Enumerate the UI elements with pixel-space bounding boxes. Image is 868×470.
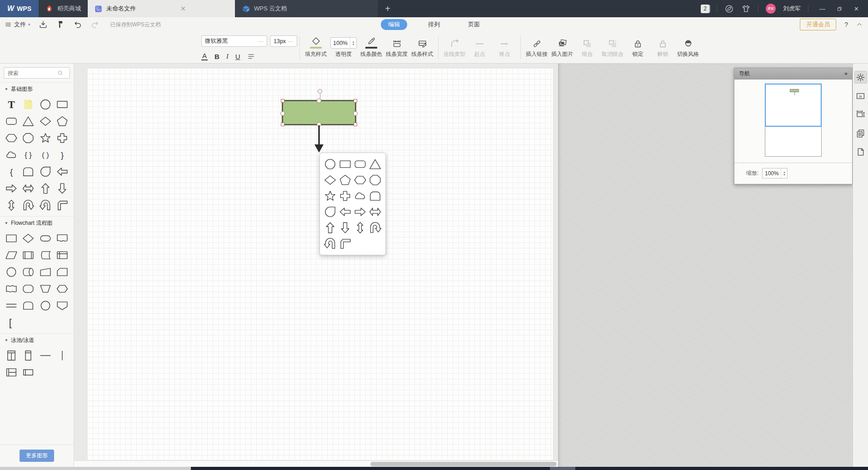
search-input[interactable]	[7, 69, 57, 77]
resize-handle-sw[interactable]	[281, 123, 284, 126]
shape-text[interactable]: T	[3, 96, 20, 113]
shape-arrow-double-v[interactable]	[3, 197, 20, 213]
collapse-toolbar-icon[interactable]	[856, 21, 863, 28]
wps-logo[interactable]: W WPS	[0, 0, 39, 17]
shape-round-top-rectangle[interactable]	[20, 163, 37, 180]
shape-pool-horizontal-2[interactable]	[3, 364, 20, 381]
rotation-handle[interactable]	[318, 89, 322, 94]
picker-shape-arrow-double-h[interactable]	[368, 204, 383, 220]
zoom-input[interactable]: 100% ▴▾	[762, 168, 788, 178]
picker-shape-round-top-rectangle[interactable]	[368, 188, 383, 204]
picker-shape-u-turn-arrow-left[interactable]	[323, 236, 338, 252]
canvas-page[interactable]	[87, 68, 554, 460]
line-style-button[interactable]: 线条样式	[409, 34, 435, 58]
switch-style-button[interactable]: 切换风格	[675, 34, 701, 58]
shape-arrow-left[interactable]	[54, 163, 71, 180]
shape-fc-double-line[interactable]	[3, 297, 20, 314]
section-header[interactable]: ▼Flowchart 流程图	[0, 217, 74, 228]
shape-diamond[interactable]	[37, 113, 54, 129]
shape-fc-paper-tape[interactable]	[3, 280, 20, 297]
shape-line-v[interactable]	[54, 347, 71, 364]
align-button[interactable]	[247, 53, 255, 60]
font-family-select[interactable]: 微软雅黑 ···	[201, 35, 267, 47]
shape-fc-predefined-process[interactable]	[20, 247, 37, 263]
shape-fc-process[interactable]	[3, 230, 20, 247]
shape-triangle[interactable]	[20, 113, 37, 129]
shape-corner-arrow[interactable]	[54, 197, 71, 213]
font-size-select[interactable]: 13px ···	[270, 35, 297, 47]
shape-brace-right[interactable]: }	[54, 146, 71, 163]
restore-button[interactable]	[836, 5, 843, 12]
picker-shape-arrow-down[interactable]	[338, 220, 353, 236]
shape-fc-data[interactable]	[3, 247, 20, 263]
picker-shape-arrow-up[interactable]	[323, 220, 338, 236]
viewport-rectangle[interactable]	[765, 84, 822, 127]
drawing-canvas[interactable]	[74, 64, 558, 470]
italic-button[interactable]: I	[226, 53, 229, 60]
shape-fc-direct-storage[interactable]	[20, 263, 37, 280]
page-panel-button[interactable]	[854, 145, 867, 158]
line-width-button[interactable]: 线条宽度	[384, 34, 409, 58]
shape-pool-vertical-2[interactable]	[3, 347, 20, 364]
shape-brace-left[interactable]: {	[3, 163, 20, 180]
shape-rectangle[interactable]	[54, 96, 71, 113]
horizontal-scrollbar-thumb[interactable]	[370, 462, 557, 466]
close-tab-icon[interactable]: ✕	[180, 5, 186, 12]
shape-pool-horizontal-1[interactable]	[20, 364, 37, 381]
shape-arrow-down[interactable]	[54, 180, 71, 197]
picker-shape-rectangle[interactable]	[338, 156, 353, 172]
shape-u-turn-arrow-left[interactable]	[37, 197, 54, 213]
shape-rounded-rectangle[interactable]	[3, 113, 20, 129]
shape-search[interactable]	[4, 67, 70, 79]
opacity-spinner[interactable]: 100%▴▾	[330, 37, 357, 49]
shape-octagon[interactable]	[20, 129, 37, 146]
mode-tab-排列[interactable]: 排列	[421, 19, 447, 30]
zoom-spinner[interactable]: ▴▾	[781, 168, 787, 178]
shape-line-h[interactable]	[37, 347, 54, 364]
shape-brace-pair[interactable]: { }	[20, 146, 37, 163]
collapse-panel-icon[interactable]: »	[844, 70, 848, 77]
shape-circle[interactable]	[37, 96, 54, 113]
undo-icon[interactable]	[73, 20, 82, 29]
shape-fc-manual-operation[interactable]	[37, 263, 54, 280]
bold-button[interactable]: B	[215, 53, 219, 60]
redo-icon[interactable]	[90, 20, 100, 29]
picker-shape-arrow-left[interactable]	[338, 204, 353, 220]
picker-shape-arrow-right[interactable]	[353, 204, 368, 220]
navigate-panel-button[interactable]	[854, 71, 867, 84]
picker-shape-arrow-double-v[interactable]	[353, 220, 368, 236]
shape-fc-stored-data[interactable]	[37, 247, 54, 263]
lock-button[interactable]: 锁定	[625, 34, 650, 58]
picker-shape-pentagon[interactable]	[338, 172, 353, 188]
shape-teardrop[interactable]	[37, 163, 54, 180]
picker-shape-rounded-rectangle[interactable]	[353, 156, 368, 172]
mode-tab-编辑[interactable]: 编辑	[381, 19, 407, 30]
help-button[interactable]: ?	[844, 21, 848, 28]
shape-fc-preparation[interactable]	[54, 280, 71, 297]
leaf-icon[interactable]	[724, 4, 734, 14]
picker-shape-cross[interactable]	[338, 188, 353, 204]
formula-panel-button[interactable]: fx	[854, 89, 867, 102]
user-avatar[interactable]: 虎军	[766, 4, 776, 14]
opacity-button[interactable]: 100%▴▾透明度	[329, 34, 359, 58]
format-painter-icon[interactable]	[56, 20, 65, 29]
document-count-badge[interactable]: 2	[701, 5, 709, 13]
connector-handle-top[interactable]	[317, 99, 321, 103]
upgrade-member-button[interactable]: 开通会员	[800, 19, 836, 30]
mode-tab-页面[interactable]: 页面	[461, 19, 487, 30]
file-menu[interactable]: 文件 ▾	[5, 20, 30, 29]
resize-handle-se[interactable]	[354, 123, 357, 126]
line-color-button[interactable]: 线条颜色	[359, 34, 384, 58]
shape-hexagon[interactable]	[3, 129, 20, 146]
shape-pool-vertical-1[interactable]	[20, 347, 37, 364]
more-shapes-button[interactable]: 更多图形	[20, 450, 54, 462]
picker-shape-cloud[interactable]	[353, 188, 368, 204]
shape-fc-connector[interactable]	[3, 263, 20, 280]
resize-handle-ne[interactable]	[354, 99, 357, 103]
skin-tshirt-icon[interactable]	[741, 4, 751, 14]
new-tab-button[interactable]: +	[379, 0, 397, 17]
connector-handle-left[interactable]	[280, 111, 285, 116]
underline-button[interactable]: U	[235, 53, 240, 60]
shape-cross[interactable]	[54, 129, 71, 146]
resize-handle-nw[interactable]	[281, 99, 284, 103]
